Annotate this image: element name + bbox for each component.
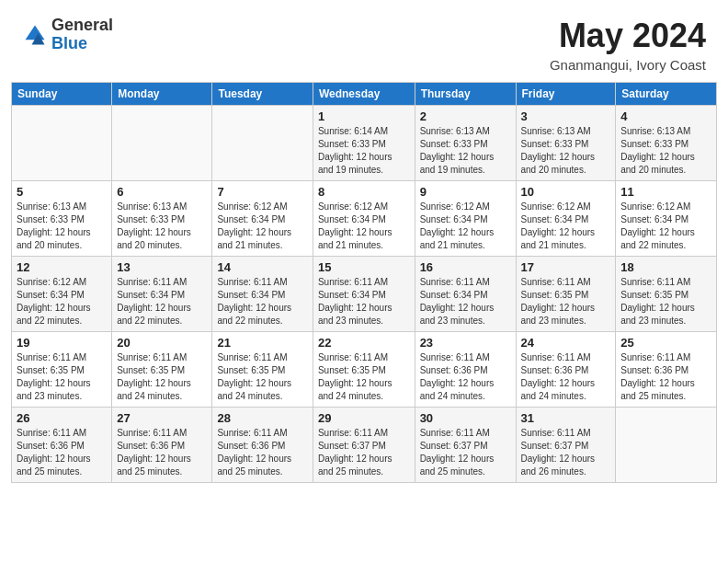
day-number: 23 <box>420 336 511 350</box>
header-thursday: Thursday <box>415 83 516 106</box>
day-number: 28 <box>217 411 307 425</box>
day-info: Sunrise: 6:13 AM Sunset: 6:33 PM Dayligh… <box>521 125 611 177</box>
week-row-2: 12Sunrise: 6:12 AM Sunset: 6:34 PM Dayli… <box>12 257 717 332</box>
calendar-cell: 21Sunrise: 6:11 AM Sunset: 6:35 PM Dayli… <box>212 332 313 408</box>
day-number: 8 <box>318 185 410 199</box>
day-info: Sunrise: 6:11 AM Sunset: 6:35 PM Dayligh… <box>620 276 711 327</box>
day-number: 12 <box>17 260 107 274</box>
day-info: Sunrise: 6:12 AM Sunset: 6:34 PM Dayligh… <box>521 201 611 252</box>
day-number: 24 <box>521 336 611 350</box>
day-info: Sunrise: 6:11 AM Sunset: 6:36 PM Dayligh… <box>420 351 511 403</box>
day-number: 27 <box>117 411 207 425</box>
day-number: 18 <box>620 260 711 274</box>
day-info: Sunrise: 6:11 AM Sunset: 6:34 PM Dayligh… <box>318 276 410 327</box>
day-number: 31 <box>521 411 611 425</box>
day-number: 22 <box>318 336 410 350</box>
header-tuesday: Tuesday <box>212 83 313 106</box>
day-number: 4 <box>620 109 711 123</box>
calendar-cell <box>12 106 112 181</box>
day-info: Sunrise: 6:13 AM Sunset: 6:33 PM Dayligh… <box>17 201 107 252</box>
day-info: Sunrise: 6:11 AM Sunset: 6:37 PM Dayligh… <box>521 427 611 478</box>
day-number: 30 <box>420 411 511 425</box>
day-info: Sunrise: 6:11 AM Sunset: 6:36 PM Dayligh… <box>217 427 307 478</box>
day-info: Sunrise: 6:11 AM Sunset: 6:37 PM Dayligh… <box>420 427 511 478</box>
day-info: Sunrise: 6:13 AM Sunset: 6:33 PM Dayligh… <box>420 125 511 177</box>
calendar-cell: 27Sunrise: 6:11 AM Sunset: 6:36 PM Dayli… <box>112 408 212 483</box>
day-number: 17 <box>521 260 611 274</box>
week-row-0: 1Sunrise: 6:14 AM Sunset: 6:33 PM Daylig… <box>12 106 717 181</box>
day-number: 19 <box>17 336 107 350</box>
week-row-4: 26Sunrise: 6:11 AM Sunset: 6:36 PM Dayli… <box>12 408 717 483</box>
day-info: Sunrise: 6:11 AM Sunset: 6:36 PM Dayligh… <box>620 351 711 403</box>
day-number: 14 <box>217 260 307 274</box>
calendar-cell: 9Sunrise: 6:12 AM Sunset: 6:34 PM Daylig… <box>415 181 516 257</box>
day-number: 15 <box>318 260 410 274</box>
day-info: Sunrise: 6:11 AM Sunset: 6:35 PM Dayligh… <box>521 276 611 327</box>
header-sunday: Sunday <box>12 83 112 106</box>
calendar-cell: 14Sunrise: 6:11 AM Sunset: 6:34 PM Dayli… <box>212 257 313 332</box>
day-number: 2 <box>420 109 511 123</box>
day-number: 13 <box>117 260 207 274</box>
logo-general-text: General <box>51 17 113 35</box>
day-info: Sunrise: 6:12 AM Sunset: 6:34 PM Dayligh… <box>17 276 107 327</box>
day-info: Sunrise: 6:11 AM Sunset: 6:35 PM Dayligh… <box>117 351 207 403</box>
logo: General Blue <box>22 17 113 53</box>
calendar-cell: 23Sunrise: 6:11 AM Sunset: 6:36 PM Dayli… <box>415 332 516 408</box>
title-block: May 2024 Gnanmangui, Ivory Coast <box>550 17 706 73</box>
calendar-header-row: SundayMondayTuesdayWednesdayThursdayFrid… <box>12 83 717 106</box>
calendar-cell: 16Sunrise: 6:11 AM Sunset: 6:34 PM Dayli… <box>415 257 516 332</box>
calendar-cell: 28Sunrise: 6:11 AM Sunset: 6:36 PM Dayli… <box>212 408 313 483</box>
calendar-cell: 29Sunrise: 6:11 AM Sunset: 6:37 PM Dayli… <box>313 408 415 483</box>
day-number: 9 <box>420 185 511 199</box>
header-wednesday: Wednesday <box>313 83 415 106</box>
day-number: 16 <box>420 260 511 274</box>
day-number: 7 <box>217 185 307 199</box>
day-info: Sunrise: 6:12 AM Sunset: 6:34 PM Dayligh… <box>420 201 511 252</box>
day-info: Sunrise: 6:12 AM Sunset: 6:34 PM Dayligh… <box>318 201 410 252</box>
calendar-cell: 13Sunrise: 6:11 AM Sunset: 6:34 PM Dayli… <box>112 257 212 332</box>
day-number: 10 <box>521 185 611 199</box>
day-info: Sunrise: 6:11 AM Sunset: 6:34 PM Dayligh… <box>217 276 307 327</box>
day-info: Sunrise: 6:11 AM Sunset: 6:34 PM Dayligh… <box>117 276 207 327</box>
day-info: Sunrise: 6:11 AM Sunset: 6:35 PM Dayligh… <box>17 351 107 403</box>
calendar-cell: 6Sunrise: 6:13 AM Sunset: 6:33 PM Daylig… <box>112 181 212 257</box>
day-info: Sunrise: 6:14 AM Sunset: 6:33 PM Dayligh… <box>318 125 410 177</box>
calendar-cell <box>616 408 717 483</box>
calendar-cell: 24Sunrise: 6:11 AM Sunset: 6:36 PM Dayli… <box>516 332 616 408</box>
logo-blue-text: Blue <box>51 35 113 53</box>
page-header: General Blue May 2024 Gnanmangui, Ivory … <box>0 0 728 82</box>
day-info: Sunrise: 6:13 AM Sunset: 6:33 PM Dayligh… <box>117 201 207 252</box>
calendar-cell: 15Sunrise: 6:11 AM Sunset: 6:34 PM Dayli… <box>313 257 415 332</box>
calendar-cell: 1Sunrise: 6:14 AM Sunset: 6:33 PM Daylig… <box>313 106 415 181</box>
day-number: 25 <box>620 336 711 350</box>
calendar-cell: 8Sunrise: 6:12 AM Sunset: 6:34 PM Daylig… <box>313 181 415 257</box>
calendar-cell: 30Sunrise: 6:11 AM Sunset: 6:37 PM Dayli… <box>415 408 516 483</box>
calendar-cell: 25Sunrise: 6:11 AM Sunset: 6:36 PM Dayli… <box>616 332 717 408</box>
day-number: 5 <box>17 185 107 199</box>
calendar-cell: 10Sunrise: 6:12 AM Sunset: 6:34 PM Dayli… <box>516 181 616 257</box>
day-info: Sunrise: 6:11 AM Sunset: 6:36 PM Dayligh… <box>521 351 611 403</box>
day-info: Sunrise: 6:11 AM Sunset: 6:36 PM Dayligh… <box>17 427 107 478</box>
calendar-cell: 26Sunrise: 6:11 AM Sunset: 6:36 PM Dayli… <box>12 408 112 483</box>
month-year-title: May 2024 <box>550 17 706 55</box>
header-saturday: Saturday <box>616 83 717 106</box>
calendar-cell: 2Sunrise: 6:13 AM Sunset: 6:33 PM Daylig… <box>415 106 516 181</box>
day-number: 6 <box>117 185 207 199</box>
calendar-cell: 7Sunrise: 6:12 AM Sunset: 6:34 PM Daylig… <box>212 181 313 257</box>
calendar-cell: 19Sunrise: 6:11 AM Sunset: 6:35 PM Dayli… <box>12 332 112 408</box>
calendar-cell: 18Sunrise: 6:11 AM Sunset: 6:35 PM Dayli… <box>616 257 717 332</box>
day-number: 26 <box>17 411 107 425</box>
day-info: Sunrise: 6:11 AM Sunset: 6:35 PM Dayligh… <box>318 351 410 403</box>
day-number: 3 <box>521 109 611 123</box>
svg-marker-1 <box>26 25 45 40</box>
calendar-cell <box>112 106 212 181</box>
day-number: 11 <box>620 185 711 199</box>
week-row-3: 19Sunrise: 6:11 AM Sunset: 6:35 PM Dayli… <box>12 332 717 408</box>
day-info: Sunrise: 6:13 AM Sunset: 6:33 PM Dayligh… <box>620 125 711 177</box>
week-row-1: 5Sunrise: 6:13 AM Sunset: 6:33 PM Daylig… <box>12 181 717 257</box>
calendar-cell: 20Sunrise: 6:11 AM Sunset: 6:35 PM Dayli… <box>112 332 212 408</box>
day-info: Sunrise: 6:12 AM Sunset: 6:34 PM Dayligh… <box>620 201 711 252</box>
day-info: Sunrise: 6:11 AM Sunset: 6:36 PM Dayligh… <box>117 427 207 478</box>
day-info: Sunrise: 6:11 AM Sunset: 6:37 PM Dayligh… <box>318 427 410 478</box>
calendar-cell: 17Sunrise: 6:11 AM Sunset: 6:35 PM Dayli… <box>516 257 616 332</box>
